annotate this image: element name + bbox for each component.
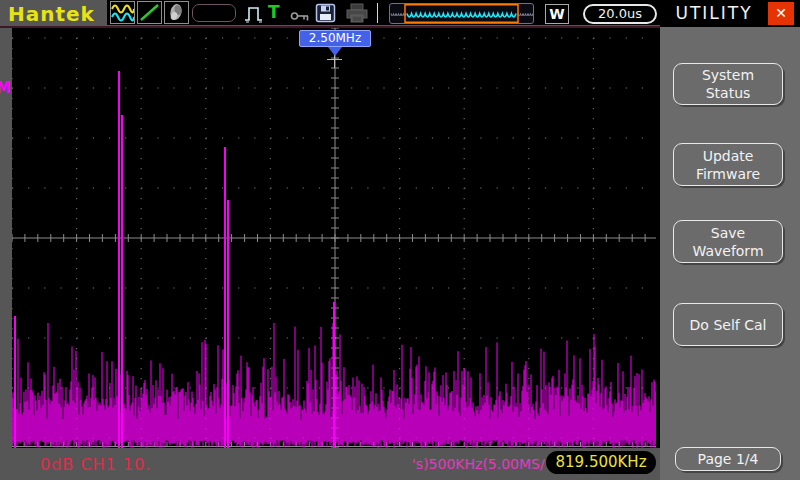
button-label: Waveform: [692, 242, 763, 260]
line-tool-glyph: [138, 2, 161, 23]
trigger-icon[interactable]: T: [268, 2, 280, 22]
button-label: System: [702, 66, 754, 84]
floppy-glyph: [315, 3, 337, 23]
timebase-readout[interactable]: 20.0us: [583, 4, 657, 24]
center-frequency-flag[interactable]: 2.50MHz: [299, 30, 371, 47]
oscilloscope-screen: Hantek T: [0, 0, 800, 480]
waveform-preview-glyph: [390, 4, 533, 23]
button-label: Save: [711, 224, 745, 242]
button-label: Firmware: [696, 165, 760, 183]
system-status-button[interactable]: System Status: [673, 63, 783, 105]
channel-scale-readout: 0dB CH1 10.: [40, 455, 151, 474]
snapshot-icon[interactable]: [164, 1, 189, 24]
channels-icon[interactable]: [110, 1, 135, 24]
printer-glyph: [344, 3, 370, 23]
print-icon[interactable]: [344, 3, 370, 27]
save-waveform-button[interactable]: Save Waveform: [673, 220, 783, 263]
span-samplerate-readout: 's)500KHz(5.00MS/: [412, 456, 545, 472]
pulse-glyph: [243, 4, 265, 24]
message-field: [192, 4, 236, 22]
key-lock-icon[interactable]: [290, 8, 312, 27]
marker-crosshair: [327, 59, 342, 60]
button-label: Update: [703, 147, 754, 165]
button-label: Do Self Cal: [690, 316, 767, 334]
do-self-cal-button[interactable]: Do Self Cal: [673, 303, 783, 346]
fft-display: [12, 28, 656, 448]
snapshot-glyph: [165, 2, 188, 23]
top-toolbar-icon-zone: [107, 0, 660, 25]
math-trace-marker[interactable]: M: [0, 79, 11, 97]
menu-title: UTILITY: [660, 3, 768, 23]
page-label: Page 1/4: [698, 450, 759, 468]
page-button[interactable]: Page 1/4: [675, 447, 781, 471]
close-menu-button[interactable]: ✕: [768, 2, 794, 25]
pulse-icon[interactable]: [243, 4, 265, 28]
key-glyph: [290, 10, 312, 23]
button-label: Status: [706, 84, 751, 102]
channels-icon-glyph: [111, 2, 134, 23]
update-firmware-button[interactable]: Update Firmware: [673, 143, 783, 186]
cursor-frequency-readout: 819.500KHz: [546, 451, 656, 474]
waveform-preview[interactable]: [389, 3, 534, 24]
line-tool-icon[interactable]: [137, 1, 162, 24]
toolbar-divider: [377, 3, 378, 23]
window-mode-button[interactable]: W: [545, 4, 569, 24]
fft-trace: [12, 28, 656, 448]
center-frequency-pointer: [328, 47, 342, 56]
save-floppy-icon[interactable]: [315, 3, 337, 27]
hantek-logo: Hantek: [8, 2, 95, 26]
